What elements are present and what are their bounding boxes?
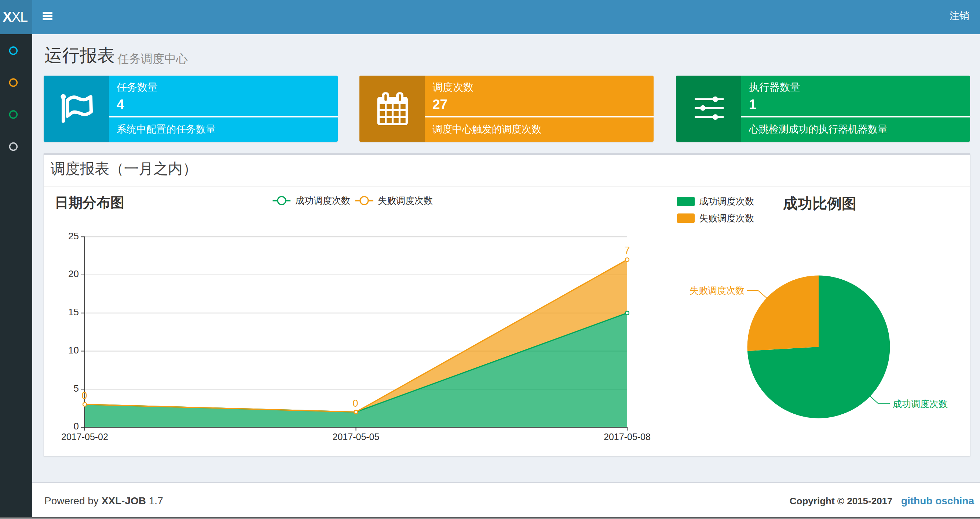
svg-text:7: 7 xyxy=(624,245,630,256)
svg-text:10: 10 xyxy=(68,345,79,356)
svg-text:2017-05-05: 2017-05-05 xyxy=(332,432,380,442)
svg-text:0: 0 xyxy=(81,390,87,401)
svg-text:失败调度次数: 失败调度次数 xyxy=(378,195,433,206)
svg-text:20: 20 xyxy=(68,268,79,279)
svg-text:失败调度次数: 失败调度次数 xyxy=(689,285,745,295)
svg-text:25: 25 xyxy=(68,230,79,241)
svg-text:日期分布图: 日期分布图 xyxy=(55,195,124,210)
svg-text:5: 5 xyxy=(74,383,79,394)
svg-text:0: 0 xyxy=(352,398,358,409)
svg-text:成功调度次数: 成功调度次数 xyxy=(295,195,350,206)
svg-text:15: 15 xyxy=(68,307,79,318)
svg-text:成功调度次数: 成功调度次数 xyxy=(893,399,948,409)
svg-text:成功比例图: 成功比例图 xyxy=(783,195,856,211)
svg-text:成功调度次数: 成功调度次数 xyxy=(699,196,754,206)
svg-text:2017-05-08: 2017-05-08 xyxy=(604,432,651,442)
svg-text:2017-05-02: 2017-05-02 xyxy=(61,432,108,442)
svg-text:失败调度次数: 失败调度次数 xyxy=(699,213,754,223)
svg-text:0: 0 xyxy=(74,421,79,432)
